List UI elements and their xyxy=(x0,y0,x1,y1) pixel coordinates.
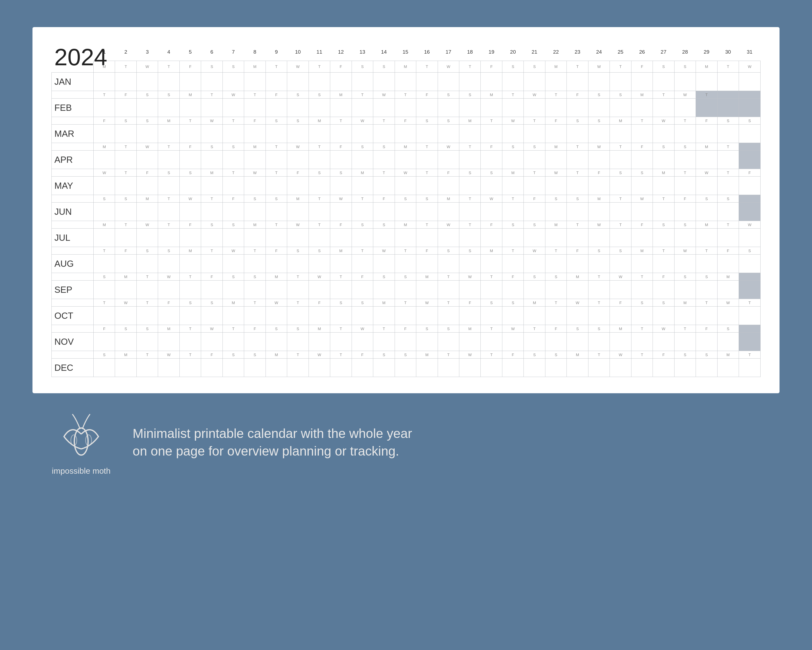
day-letter-MAY-4: S xyxy=(158,169,179,177)
day-letter-DEC-31: T xyxy=(739,351,760,359)
day-cell-MAR-10 xyxy=(287,125,308,143)
day-cell-SEP-23 xyxy=(567,281,588,299)
day-cell-AUG-16 xyxy=(416,255,438,273)
day-cell-JAN-14 xyxy=(373,73,395,91)
day-cell-JAN-24 xyxy=(588,73,609,91)
month-letter-label-10 xyxy=(52,325,94,333)
day-letter-JUL-28: S xyxy=(674,221,696,229)
brand-name: impossible moth xyxy=(52,466,111,476)
day-letter-SEP-1: S xyxy=(94,273,115,281)
day-letter-JUN-27: T xyxy=(653,195,674,203)
day-cell-FEB-28 xyxy=(674,99,696,117)
day-letter-AUG-15: T xyxy=(395,247,416,255)
day-cell-JUL-12 xyxy=(330,229,352,247)
day-cell-MAR-12 xyxy=(330,125,352,143)
day-letter-OCT-17: T xyxy=(438,299,459,307)
day-letter-JAN-16: T xyxy=(416,61,438,73)
day-letter-MAR-20: W xyxy=(502,117,524,125)
day-letter-AUG-5: M xyxy=(179,247,201,255)
day-letter-MAY-15: W xyxy=(395,169,416,177)
day-letter-JUN-8: S xyxy=(244,195,266,203)
day-cell-MAY-13 xyxy=(352,177,373,195)
day-number-12: 12 xyxy=(330,43,352,61)
day-cell-OCT-21 xyxy=(524,307,545,325)
day-cell-JAN-5 xyxy=(179,73,201,91)
day-letter-NOV-16: S xyxy=(416,325,438,333)
day-cell-NOV-7 xyxy=(223,333,244,351)
day-cell-OCT-31 xyxy=(739,307,760,325)
day-cell-JAN-7 xyxy=(223,73,244,91)
day-letter-SEP-8: S xyxy=(244,273,266,281)
day-letter-FEB-24: S xyxy=(588,91,609,99)
page-container: 2024123456789101112131415161718192021222… xyxy=(32,27,780,476)
day-cell-JUL-8 xyxy=(244,229,266,247)
day-cell-FEB-18 xyxy=(459,99,481,117)
day-cell-FEB-30 xyxy=(717,99,739,117)
month-letter-label-3 xyxy=(52,143,94,151)
day-cell-JUL-16 xyxy=(416,229,438,247)
day-letter-APR-28: S xyxy=(674,143,696,151)
day-cell-JUN-24 xyxy=(588,203,609,221)
day-cell-DEC-23 xyxy=(567,359,588,377)
day-letter-APR-15: M xyxy=(395,143,416,151)
day-cell-APR-11 xyxy=(308,151,330,169)
day-letter-FEB-1: T xyxy=(94,91,115,99)
day-letter-MAY-6: M xyxy=(201,169,223,177)
day-cell-NOV-30 xyxy=(717,333,739,351)
day-letter-MAY-9: T xyxy=(266,169,287,177)
day-cell-MAR-21 xyxy=(524,125,545,143)
day-cell-JUN-26 xyxy=(631,203,653,221)
day-cell-JUN-18 xyxy=(459,203,481,221)
day-letter-OCT-9: W xyxy=(266,299,287,307)
day-cell-NOV-24 xyxy=(588,333,609,351)
day-letter-FEB-4: S xyxy=(158,91,179,99)
day-cell-APR-19 xyxy=(481,151,502,169)
day-cell-NOV-18 xyxy=(459,333,481,351)
day-letter-AUG-20: T xyxy=(502,247,524,255)
day-letter-NOV-13: W xyxy=(352,325,373,333)
day-letter-SEP-15: S xyxy=(395,273,416,281)
day-letter-OCT-14: M xyxy=(373,299,395,307)
day-cell-JAN-4 xyxy=(158,73,179,91)
month-name-MAR: MAR xyxy=(52,125,94,143)
day-cell-NOV-1 xyxy=(94,333,115,351)
day-letter-JUN-22: S xyxy=(545,195,566,203)
day-cell-AUG-20 xyxy=(502,255,524,273)
day-letter-NOV-11: M xyxy=(308,325,330,333)
day-cell-JAN-18 xyxy=(459,73,481,91)
day-letter-SEP-4: W xyxy=(158,273,179,281)
day-letter-JAN-30: T xyxy=(717,61,739,73)
day-cell-JAN-2 xyxy=(115,73,136,91)
day-cell-MAR-25 xyxy=(610,125,631,143)
day-letter-SEP-9: M xyxy=(266,273,287,281)
day-letter-AUG-4: S xyxy=(158,247,179,255)
day-letter-AUG-10: S xyxy=(287,247,308,255)
bottom-section: impossible moth Minimalist printable cal… xyxy=(32,410,780,476)
day-letter-OCT-8: T xyxy=(244,299,266,307)
day-letter-OCT-18: F xyxy=(459,299,481,307)
day-cell-JAN-27 xyxy=(653,73,674,91)
day-letter-AUG-6: T xyxy=(201,247,223,255)
day-letter-FEB-12: M xyxy=(330,91,352,99)
day-cell-JUL-17 xyxy=(438,229,459,247)
day-letter-JAN-7: S xyxy=(223,61,244,73)
day-cell-MAR-9 xyxy=(266,125,287,143)
day-number-26: 26 xyxy=(631,43,653,61)
day-letter-MAY-2: T xyxy=(115,169,136,177)
day-cell-JAN-11 xyxy=(308,73,330,91)
day-letter-OCT-21: M xyxy=(524,299,545,307)
day-letter-NOV-21: T xyxy=(524,325,545,333)
day-cell-OCT-10 xyxy=(287,307,308,325)
day-cell-JAN-19 xyxy=(481,73,502,91)
day-letter-JAN-2: T xyxy=(115,61,136,73)
day-cell-MAR-14 xyxy=(373,125,395,143)
day-cell-OCT-29 xyxy=(696,307,717,325)
day-letter-NOV-22: F xyxy=(545,325,566,333)
day-letter-NOV-17: S xyxy=(438,325,459,333)
day-cell-AUG-27 xyxy=(653,255,674,273)
day-letter-JAN-18: T xyxy=(459,61,481,73)
day-cell-MAY-22 xyxy=(545,177,566,195)
day-letter-FEB-17: S xyxy=(438,91,459,99)
day-letter-JUL-20: S xyxy=(502,221,524,229)
day-cell-SEP-2 xyxy=(115,281,136,299)
